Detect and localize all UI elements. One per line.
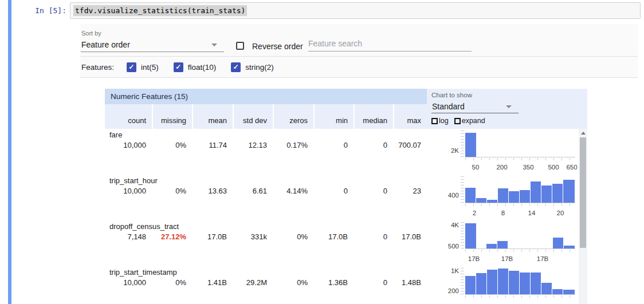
float-filter-checkbox[interactable]: ✓ xyxy=(174,62,183,72)
chart-to-show-panel: Chart to show Standard log expand xyxy=(427,89,587,129)
histogram-bar xyxy=(553,238,563,248)
features-label: Features: xyxy=(81,63,114,72)
feature-name: trip_start_hour xyxy=(105,175,427,185)
stat-min: 0 xyxy=(313,187,354,195)
feature-name: fare xyxy=(105,129,427,140)
x-axis-ticks xyxy=(465,204,576,206)
scroll-up-arrow-icon[interactable] xyxy=(581,132,586,135)
stat-zeros: 0.17% xyxy=(273,141,313,149)
y-axis-ticks xyxy=(461,222,464,249)
x-axis-label: 350 xyxy=(523,164,533,171)
y-axis-label: 400 xyxy=(437,191,459,199)
stat-mean: 1.41B xyxy=(192,278,233,287)
x-axis-label: 17B xyxy=(501,255,513,262)
chevron-down-icon xyxy=(506,105,512,108)
table-row: trip_start_timestamp10,0000%1.41B29.2M0%… xyxy=(105,266,427,304)
vertical-scrollbar[interactable] xyxy=(579,129,587,304)
stat-max: 17.0B xyxy=(393,232,427,241)
stat-missing: 0% xyxy=(152,141,192,149)
stat-median: 0 xyxy=(354,187,393,195)
stat-max: 700.07 xyxy=(393,141,427,149)
y-axis-label: 4K xyxy=(437,221,459,229)
x-axis-label: 500 xyxy=(548,164,559,171)
stat-mean: 11.74 xyxy=(192,141,233,149)
x-axis-label: 17B xyxy=(468,255,480,262)
y-axis-ticks xyxy=(461,268,464,295)
x-axis-ticks xyxy=(465,295,576,298)
histogram-bar xyxy=(509,271,519,294)
histogram-dropoff_census_tract: 4K50017B17B17B xyxy=(427,220,578,266)
stat-max: 1.48B xyxy=(393,278,427,287)
y-axis-label: 200 xyxy=(437,287,459,295)
histogram-bar xyxy=(531,181,541,203)
y-axis-ticks xyxy=(461,176,464,203)
column-header-count: count xyxy=(105,104,152,129)
x-axis-ticks xyxy=(465,250,576,252)
table-row: fare10,0000%11.7412.130.17%00700.07 xyxy=(105,129,427,175)
feature-search-input[interactable] xyxy=(308,38,472,52)
numeric-features-title: Numeric Features (15) xyxy=(105,89,427,104)
x-axis-label: 20 xyxy=(557,210,564,216)
stat-std-dev: 29.2M xyxy=(233,278,273,287)
histogram-bar xyxy=(552,289,563,294)
chevron-down-icon xyxy=(211,44,217,46)
histogram-bar xyxy=(497,241,508,248)
charts-column: 2K502003505006504002814204K50017B17B17B1… xyxy=(427,129,578,304)
code-text[interactable]: tfdv.visualize_statistics(train_stats) xyxy=(73,5,247,16)
x-axis-label: 50 xyxy=(472,164,480,171)
stat-median: 0 xyxy=(354,278,393,287)
chart-type-value: Standard xyxy=(432,102,465,111)
y-axis-label: 1K xyxy=(437,267,459,275)
stat-mean: 13.63 xyxy=(192,187,233,195)
chart-to-show-label: Chart to show xyxy=(431,92,472,98)
sort-by-label: Sort by xyxy=(81,30,101,37)
table-row: trip_start_hour10,0000%13.636.614.14%002… xyxy=(105,175,427,220)
stat-missing: 27.12% xyxy=(152,232,192,241)
x-axis-ticks xyxy=(465,158,576,160)
histogram-bar xyxy=(476,198,486,203)
histogram-trip_start_timestamp: 1K200 xyxy=(427,266,578,304)
selected-cell-indicator xyxy=(8,0,11,304)
histogram-bar xyxy=(465,223,476,248)
log-label: log xyxy=(439,117,449,125)
stat-min: 17.0B xyxy=(313,232,354,241)
histogram-bar xyxy=(520,190,530,203)
sort-controls-row: Sort by Feature order Reverse order xyxy=(80,24,638,57)
stat-std-dev: 12.13 xyxy=(233,141,273,149)
stats-table-body: fare10,0000%11.7412.130.17%00700.07trip_… xyxy=(105,129,427,304)
cell-input-prompt: In [5]: xyxy=(15,6,66,15)
plot-area xyxy=(465,222,575,249)
histogram-bar xyxy=(520,273,530,294)
histogram-bar xyxy=(487,270,497,294)
histogram-bar xyxy=(476,273,486,294)
scrollbar-thumb[interactable] xyxy=(580,137,586,248)
reverse-order-checkbox[interactable] xyxy=(236,42,244,50)
x-axis-label: 8 xyxy=(501,210,505,216)
chart-type-select[interactable]: Standard xyxy=(431,100,519,113)
sort-by-value: Feature order xyxy=(81,40,130,49)
stat-zeros: 4.14% xyxy=(273,187,313,195)
column-header-max: max xyxy=(393,104,427,129)
histogram-bar xyxy=(486,244,497,248)
reverse-order-label: Reverse order xyxy=(252,42,303,51)
int-filter-label: int(5) xyxy=(141,63,159,72)
code-cell[interactable]: tfdv.visualize_statistics(train_stats) xyxy=(70,2,641,19)
column-header-mean: mean xyxy=(192,104,233,129)
histogram-bar xyxy=(541,185,552,203)
expand-checkbox[interactable] xyxy=(454,118,461,124)
filter-string: ✓ string(2) xyxy=(231,62,274,72)
column-header-min: min xyxy=(313,104,354,129)
sort-by-select[interactable]: Feature order xyxy=(81,38,224,52)
int-filter-checkbox[interactable]: ✓ xyxy=(127,62,136,72)
log-checkbox[interactable] xyxy=(431,118,438,124)
x-axis-label: 14 xyxy=(528,210,536,216)
x-axis-label: 200 xyxy=(496,164,507,171)
stat-missing: 0% xyxy=(152,187,192,195)
stat-median: 0 xyxy=(354,232,393,241)
chart-option-checkboxes: log expand xyxy=(431,117,491,125)
column-header-missing: missing xyxy=(152,104,192,129)
table-row: dropoff_census_tract7,14827.12%17.0B331k… xyxy=(105,220,427,266)
histogram-bar xyxy=(552,184,563,203)
string-filter-checkbox[interactable]: ✓ xyxy=(231,62,241,72)
plot-area xyxy=(465,130,575,157)
